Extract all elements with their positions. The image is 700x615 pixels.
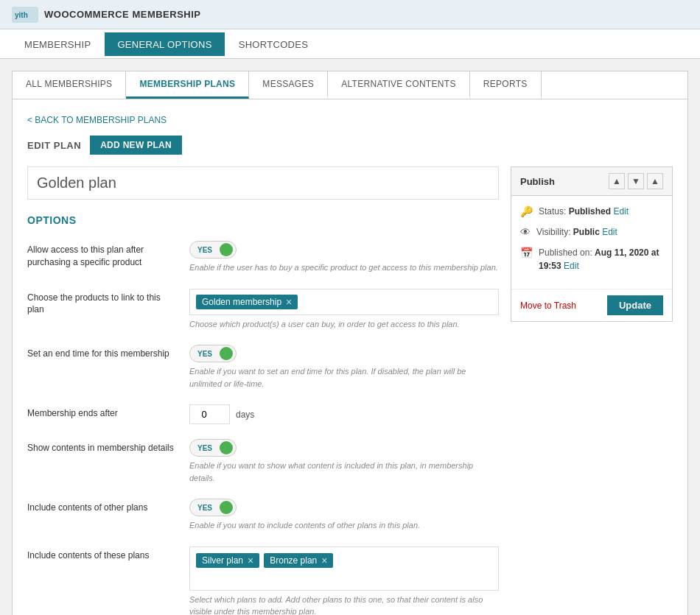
days-input[interactable]	[189, 404, 230, 424]
tag-bronze-plan: Bronze plan ×	[264, 553, 333, 568]
toggle-endtime[interactable]: YES	[189, 345, 237, 362]
option-desc-include-other: Enable if you want to include contents o…	[189, 519, 499, 532]
toggle-include-other[interactable]: YES	[189, 499, 237, 516]
tab-messages[interactable]: MESSAGES	[249, 71, 328, 99]
main-panel: BACK TO MEMBERSHIP PLANS EDIT PLAN ADD N…	[12, 99, 688, 615]
option-desc-products: Choose which product(s) a user can buy, …	[189, 318, 499, 331]
back-link[interactable]: BACK TO MEMBERSHIP PLANS	[27, 115, 167, 125]
published-label: Published on:	[539, 247, 592, 258]
nav-membership[interactable]: MEMBERSHIP	[12, 32, 103, 56]
admin-bar: yith WOOCOMMERCE MEMBERSHIP	[0, 0, 700, 29]
nav-shortcodes[interactable]: SHORTCODES	[226, 32, 321, 56]
visibility-value: Public	[573, 227, 600, 237]
option-row-show-contents: Show contents in membership details YES …	[27, 439, 499, 484]
toggle-show-contents[interactable]: YES	[189, 439, 237, 457]
option-row-access: Allow access to this plan after purchasi…	[27, 241, 499, 274]
status-edit-link[interactable]: Edit	[613, 206, 629, 217]
main-nav: MEMBERSHIP GENERAL OPTIONS SHORTCODES	[0, 29, 700, 59]
publish-controls: ▲ ▼ ▲	[609, 173, 663, 189]
toggle-yes-include: YES	[193, 502, 217, 513]
publish-status-row: 🔑 Status: Published Edit	[520, 205, 663, 218]
yith-logo: yith	[12, 7, 38, 23]
option-desc-include-plans: Select which plans to add. Add other pla…	[189, 594, 499, 616]
publish-status-text: Status: Published Edit	[539, 205, 629, 218]
toggle-dot-endtime	[220, 347, 233, 360]
publish-header: Publish ▲ ▼ ▲	[511, 167, 672, 196]
publish-footer: Move to Trash Update	[511, 289, 672, 321]
option-content-ends-after: days	[189, 404, 499, 424]
main-layout: OPTIONS Allow access to this plan after …	[27, 166, 673, 615]
visibility-icon: 👁	[520, 226, 531, 238]
publish-date-text: Published on: Aug 11, 2020 at 19:53 Edit	[539, 246, 663, 273]
option-desc-show-contents: Enable if you want to show what content …	[189, 460, 499, 484]
option-row-products: Choose the products to link to this plan…	[27, 289, 499, 331]
tag-remove-silver[interactable]: ×	[248, 555, 253, 566]
option-label-endtime: Set an end time for this membership	[27, 345, 175, 360]
toggle-yes-endtime: YES	[193, 348, 217, 359]
tag-remove-bronze[interactable]: ×	[321, 555, 327, 566]
plan-title-input[interactable]	[27, 166, 499, 200]
visibility-label: Visibility:	[536, 227, 570, 237]
publish-body: 🔑 Status: Published Edit 👁 Visibilit	[511, 196, 672, 289]
move-to-trash-link[interactable]: Move to Trash	[520, 301, 576, 311]
option-row-include-plans: Include contents of these plans Silver p…	[27, 547, 499, 616]
left-column: OPTIONS Allow access to this plan after …	[27, 166, 499, 615]
status-icon: 🔑	[520, 205, 533, 217]
option-label-include-plans: Include contents of these plans	[27, 547, 175, 562]
admin-bar-title: WOOCOMMERCE MEMBERSHIP	[44, 9, 201, 20]
nav-general-options[interactable]: GENERAL OPTIONS	[105, 32, 224, 56]
toggle-access[interactable]: YES	[189, 241, 237, 259]
number-row: days	[189, 404, 499, 424]
option-row-include-other: Include contents of other plans YES Enab…	[27, 499, 499, 532]
option-label-ends-after: Membership ends after	[27, 404, 175, 420]
add-new-plan-button[interactable]: ADD NEW PLAN	[90, 136, 182, 155]
publish-collapse-up[interactable]: ▲	[609, 173, 625, 189]
published-edit-link[interactable]: Edit	[564, 261, 579, 271]
tag-remove-golden[interactable]: ×	[286, 297, 292, 307]
option-row-endtime: Set an end time for this membership YES …	[27, 345, 499, 390]
publish-visibility-row: 👁 Visibility: Public Edit	[520, 225, 663, 239]
option-desc-endtime: Enable if you want to set an end time fo…	[189, 365, 499, 390]
option-content-endtime: YES Enable if you want to set an end tim…	[189, 345, 499, 390]
option-row-ends-after: Membership ends after days	[27, 404, 499, 424]
option-content-include-plans: Silver plan × Bronze plan × Select which…	[189, 547, 499, 616]
option-content-include-other: YES Enable if you want to include conten…	[189, 499, 499, 532]
update-button[interactable]: Update	[607, 295, 663, 315]
publish-expand[interactable]: ▲	[647, 173, 663, 189]
tab-alternative-contents[interactable]: ALTERNATIVE CONTENTS	[328, 71, 470, 99]
toggle-yes-show: YES	[193, 443, 217, 454]
option-content-show-contents: YES Enable if you want to show what cont…	[189, 439, 499, 484]
tag-silver-label: Silver plan	[202, 555, 243, 566]
svg-text:yith: yith	[15, 11, 28, 19]
tag-bronze-label: Bronze plan	[270, 555, 317, 566]
logo-area: yith WOOCOMMERCE MEMBERSHIP	[12, 7, 201, 23]
option-label-products: Choose the products to link to this plan	[27, 289, 175, 317]
status-value: Published	[569, 206, 611, 217]
option-label-show-contents: Show contents in membership details	[27, 439, 175, 454]
plans-tag-input[interactable]: Silver plan × Bronze plan ×	[189, 547, 499, 591]
toggle-dot-access	[220, 243, 233, 256]
option-content-products: Golden membership × Choose which product…	[189, 289, 499, 331]
sub-tabs: ALL MEMBERSHIPS MEMBERSHIP PLANS MESSAGE…	[12, 71, 688, 99]
toggle-dot-include	[220, 501, 233, 514]
tag-label: Golden membership	[202, 297, 281, 307]
publish-visibility-text: Visibility: Public Edit	[536, 225, 617, 239]
tag-silver-plan: Silver plan ×	[196, 553, 259, 568]
option-label-access: Allow access to this plan after purchasi…	[27, 241, 175, 269]
publish-box: Publish ▲ ▼ ▲ 🔑 Status:	[511, 166, 673, 322]
tag-golden-membership: Golden membership ×	[196, 295, 298, 309]
products-tag-input[interactable]: Golden membership ×	[189, 289, 499, 315]
visibility-edit-link[interactable]: Edit	[602, 227, 617, 237]
publish-date-row: 📅 Published on: Aug 11, 2020 at 19:53 Ed…	[520, 246, 663, 273]
content-wrap: ALL MEMBERSHIPS MEMBERSHIP PLANS MESSAGE…	[0, 59, 700, 615]
publish-collapse-down[interactable]: ▼	[628, 173, 644, 189]
option-content-access: YES Enable if the user has to buy a spec…	[189, 241, 499, 274]
publish-title: Publish	[520, 176, 555, 187]
tab-reports[interactable]: REPORTS	[470, 71, 542, 99]
tab-all-memberships[interactable]: ALL MEMBERSHIPS	[13, 71, 126, 99]
edit-plan-label: EDIT PLAN	[27, 140, 81, 151]
option-desc-access: Enable if the user has to buy a specific…	[189, 261, 499, 274]
option-label-include-other: Include contents of other plans	[27, 499, 175, 514]
right-column: Publish ▲ ▼ ▲ 🔑 Status:	[511, 166, 673, 615]
tab-membership-plans[interactable]: MEMBERSHIP PLANS	[126, 71, 249, 99]
